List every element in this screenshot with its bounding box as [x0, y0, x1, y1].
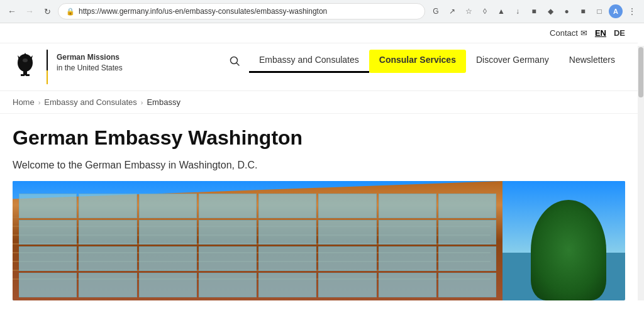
window — [19, 194, 77, 218]
breadcrumb-current: Embassy — [147, 97, 180, 107]
contact-label: Contact — [550, 28, 578, 38]
window — [199, 220, 257, 245]
brave-icon[interactable]: ■ — [527, 4, 541, 18]
window — [379, 246, 436, 271]
breadcrumb-home[interactable]: Home — [13, 97, 35, 107]
window — [199, 273, 257, 297]
window — [19, 273, 77, 297]
window — [379, 194, 436, 218]
logo-area[interactable]: German Missions in the United States — [13, 50, 123, 84]
breadcrumb-embassy-consulates[interactable]: Embassy and Consulates — [44, 97, 136, 107]
breadcrumb-sep-1: › — [38, 99, 41, 106]
window — [379, 273, 436, 297]
window — [318, 220, 376, 245]
download-icon[interactable]: ↓ — [511, 4, 525, 18]
url-text: https://www.germany.info/us-en/embassy-c… — [79, 7, 417, 16]
window — [139, 194, 197, 218]
logo-divider — [47, 50, 48, 84]
window — [438, 194, 496, 218]
window — [318, 194, 376, 218]
menu-icon[interactable]: ⋮ — [625, 4, 639, 18]
vpn-icon[interactable]: ▲ — [494, 4, 508, 18]
metamask-icon[interactable]: ◆ — [543, 4, 557, 18]
window — [19, 220, 77, 245]
window — [139, 220, 197, 245]
google-icon[interactable]: G — [429, 4, 443, 18]
window — [199, 194, 257, 218]
window — [79, 246, 136, 271]
window — [318, 273, 376, 297]
window-icon[interactable]: □ — [592, 4, 606, 18]
window — [258, 194, 316, 218]
contact-link[interactable]: Contact ✉ — [550, 28, 587, 38]
nav-discover-germany[interactable]: Discover Germany — [466, 50, 559, 73]
window — [258, 273, 316, 297]
window — [258, 246, 316, 271]
star-icon[interactable]: ☆ — [462, 4, 475, 18]
window — [258, 220, 316, 245]
page-title: German Embassy Washington — [13, 126, 625, 150]
window — [438, 246, 496, 271]
svg-rect-5 — [21, 74, 25, 76]
share-icon[interactable]: ↗ — [445, 4, 459, 18]
extensions-icon[interactable]: ■ — [576, 4, 590, 18]
utility-bar: Contact ✉ EN DE — [0, 23, 638, 43]
window — [139, 273, 197, 297]
lastpass-icon[interactable]: ● — [560, 4, 574, 18]
nav-items: Embassy and Consulates Consular Services… — [249, 50, 625, 73]
window — [438, 273, 496, 297]
org-name: German Missions — [57, 52, 123, 63]
shield-icon[interactable]: ◊ — [478, 4, 492, 18]
lang-en-button[interactable]: EN — [595, 28, 606, 38]
window — [438, 220, 496, 245]
window — [318, 246, 376, 271]
window — [79, 220, 136, 245]
page-content: German Embassy Washington Welcome to the… — [0, 114, 638, 300]
logo-text: German Missions in the United States — [57, 50, 123, 74]
window — [199, 246, 257, 271]
window — [139, 246, 197, 271]
building-windows — [13, 181, 502, 300]
site-header: German Missions in the United States Emb… — [0, 43, 638, 91]
lock-icon: 🔒 — [66, 8, 75, 16]
page-subtitle: Welcome to the German Embassy in Washing… — [13, 160, 625, 171]
tree-decoration — [531, 200, 606, 300]
window — [379, 220, 436, 245]
profile-avatar[interactable]: A — [609, 4, 623, 18]
window — [79, 194, 136, 218]
breadcrumb-sep-2: › — [141, 99, 143, 106]
back-button[interactable]: ← — [5, 4, 19, 18]
address-bar[interactable]: 🔒 https://www.germany.info/us-en/embassy… — [58, 3, 425, 19]
lang-de-button[interactable]: DE — [614, 28, 625, 38]
org-subtitle: in the United States — [57, 63, 123, 72]
contact-email-icon: ✉ — [580, 28, 587, 38]
nav-embassy-consulates[interactable]: Embassy and Consulates — [249, 50, 369, 73]
breadcrumb: Home › Embassy and Consulates › Embassy — [0, 91, 638, 114]
reload-button[interactable]: ↻ — [40, 4, 54, 18]
svg-rect-6 — [26, 74, 30, 76]
embassy-image — [13, 181, 625, 300]
svg-point-7 — [23, 58, 28, 62]
nav-newsletters[interactable]: Newsletters — [559, 50, 625, 73]
german-eagle-icon — [13, 50, 38, 81]
window — [19, 246, 77, 271]
nav-consular-services[interactable]: Consular Services — [369, 50, 466, 73]
window — [79, 273, 136, 297]
main-nav: Embassy and Consulates Consular Services… — [220, 50, 625, 73]
search-button[interactable] — [220, 55, 249, 73]
svg-line-9 — [236, 63, 239, 65]
forward-button[interactable]: → — [23, 4, 36, 18]
